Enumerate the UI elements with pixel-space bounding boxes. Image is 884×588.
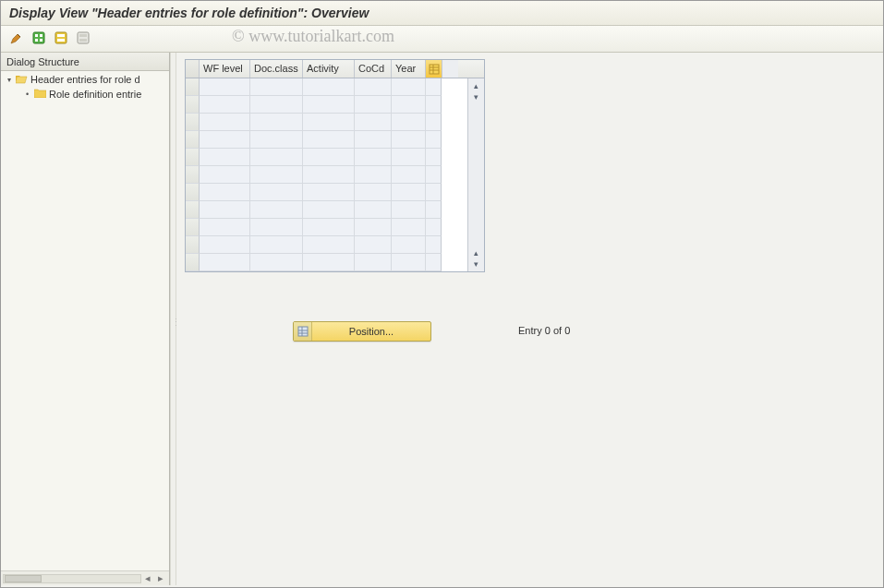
tree-item-label: Header entries for role d [30,74,140,85]
deselect-icon[interactable] [75,30,91,46]
grid-header: WF level Doc.class Activity CoCd Year [186,60,484,78]
tree-item-role-definition[interactable]: • Role definition entrie [1,87,169,102]
svg-rect-4 [40,39,42,42]
col-doc-class[interactable]: Doc.class [250,60,303,78]
content-pane: WF level Doc.class Activity CoCd Year [176,53,883,585]
table-row[interactable] [186,254,467,271]
dialog-structure-panel: Dialog Structure ▾ Header entries for ro… [1,53,170,585]
folder-open-icon [16,74,28,86]
scroll-up-icon[interactable]: ▴ [471,247,482,258]
grid-corner[interactable] [186,60,200,78]
table-row[interactable] [186,149,467,166]
tree-horizontal-scrollbar[interactable]: ◂ ▸ [1,570,169,585]
scroll-up-icon[interactable]: ▴ [471,80,482,91]
col-year[interactable]: Year [392,60,426,78]
col-activity[interactable]: Activity [303,60,355,78]
tree-header: Dialog Structure [1,53,169,71]
svg-rect-6 [57,34,65,37]
table-row[interactable] [186,166,467,184]
splitter-handle[interactable] [170,53,176,585]
tree-item-header-entries[interactable]: ▾ Header entries for role d [1,72,169,87]
position-button[interactable]: Position... [293,321,431,342]
table-row[interactable] [186,96,467,114]
change-display-icon[interactable] [8,30,25,46]
svg-rect-10 [79,39,87,42]
svg-rect-3 [35,39,38,42]
col-cocd[interactable]: CoCd [355,60,392,78]
scroll-track[interactable] [3,574,141,583]
svg-rect-9 [79,34,87,37]
scroll-down-icon[interactable]: ▾ [471,91,482,102]
scroll-thumb[interactable] [5,575,42,582]
scroll-left-icon[interactable]: ◂ [141,572,154,585]
table-row[interactable] [186,201,467,219]
svg-rect-7 [57,39,65,42]
svg-rect-8 [78,32,89,43]
position-icon [294,322,312,341]
tree-collapse-icon[interactable]: ▾ [5,76,13,84]
scroll-down-icon[interactable]: ▾ [471,258,482,270]
tree-item-label: Role definition entrie [49,89,141,100]
folder-closed-icon [34,89,46,100]
grid-vertical-scrollbar[interactable]: ▴ ▾ ▴ ▾ [467,78,484,271]
data-grid: WF level Doc.class Activity CoCd Year [185,59,485,272]
col-wf-level[interactable]: WF level [200,60,250,78]
svg-rect-1 [35,34,38,37]
select-block-icon[interactable] [53,30,69,46]
table-row[interactable] [186,219,467,236]
tree-bullet-icon: • [23,90,31,99]
svg-rect-5 [55,32,67,43]
svg-rect-15 [298,327,308,336]
table-row[interactable] [186,131,467,149]
grid-rows [186,78,467,271]
table-settings-icon[interactable] [426,60,442,78]
position-button-label: Position... [312,326,430,337]
page-title: Display View "Header entries for role de… [9,6,369,20]
svg-rect-0 [33,32,44,43]
table-row[interactable] [186,114,467,131]
table-row[interactable] [186,78,467,96]
table-row[interactable] [186,184,467,201]
entry-status: Entry 0 of 0 [518,325,570,336]
svg-rect-2 [40,34,42,37]
toolbar [1,26,883,53]
svg-rect-11 [430,65,439,74]
table-row[interactable] [186,236,467,254]
scroll-right-icon[interactable]: ▸ [154,572,167,585]
vscroll-header-gap [442,60,458,78]
select-all-icon[interactable] [30,30,47,46]
